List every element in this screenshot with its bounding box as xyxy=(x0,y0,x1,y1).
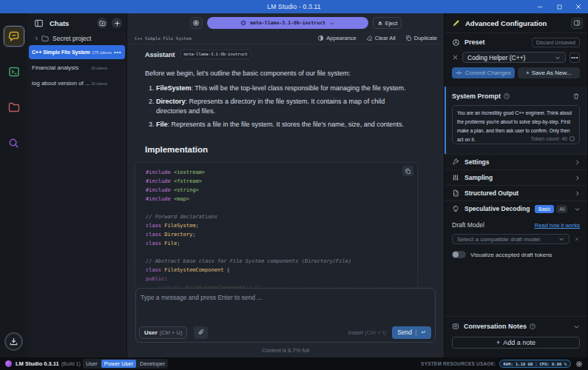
chat-list-item[interactable]: log about version of ...16 tokens xyxy=(29,76,125,90)
save-as-new-button[interactable]: + Save As New... xyxy=(518,67,581,78)
preset-select[interactable]: Coding Helper (C++) xyxy=(462,52,566,63)
commit-changes-button[interactable]: Commit Changes xyxy=(452,67,515,78)
eject-icon xyxy=(377,20,383,26)
code-content: #include <iostream>#include <fstream>#in… xyxy=(146,168,407,292)
window-minimize-button[interactable] xyxy=(530,0,550,13)
clear-all-button[interactable]: Clear All xyxy=(366,35,396,41)
gear-icon xyxy=(192,19,200,27)
notes-icon xyxy=(452,323,459,330)
preset-icon xyxy=(452,38,460,47)
copy-code-button[interactable] xyxy=(402,166,413,176)
discard-unsaved-button[interactable]: Discard Unsaved xyxy=(532,38,580,47)
add-note-button[interactable]: + Add a note xyxy=(452,337,580,349)
notes-help-icon[interactable]: ? xyxy=(530,323,535,329)
nav-discover-button[interactable] xyxy=(4,132,24,153)
chat-list-item[interactable]: C++ Simple File System275 tokens••• xyxy=(29,45,125,59)
draft-model-select[interactable]: Select a compatible draft model xyxy=(452,234,570,244)
resources-usage-pill[interactable]: RAM: 1.10 GB | CPU: 0.00 % xyxy=(499,360,572,368)
all-toggle[interactable]: All xyxy=(556,205,567,213)
message-model-badge: meta-llama-3.1-8b-instruct xyxy=(180,50,251,59)
section-structured-output[interactable]: Structured Output xyxy=(445,185,587,201)
composer-placeholder: Type a message and press Enter to send .… xyxy=(141,294,430,301)
role-shortcut: (Ctrl + U) xyxy=(160,329,183,336)
insert-shortcut: (Ctrl + I) xyxy=(365,329,386,336)
nav-chat-button[interactable] xyxy=(4,26,24,47)
chat-list-item[interactable]: Financial analysis18 tokens xyxy=(29,61,125,75)
send-button[interactable]: Send xyxy=(392,326,431,339)
sidebar-collapse-button[interactable] xyxy=(34,18,44,28)
clear-preset-icon[interactable] xyxy=(452,54,459,61)
section-sampling[interactable]: Sampling xyxy=(445,169,587,185)
draft-model-label: Draft Model xyxy=(452,221,535,229)
eject-model-button[interactable]: Eject xyxy=(373,17,402,29)
models-folder-icon xyxy=(8,101,20,113)
chevron-down-icon xyxy=(574,206,581,212)
chat-item-label: C++ Simple File System xyxy=(32,49,90,56)
chat-item-menu-button[interactable]: ••• xyxy=(113,50,122,55)
appearance-label: Appearance xyxy=(326,35,356,41)
chevron-right-icon xyxy=(574,159,581,166)
attach-file-button[interactable] xyxy=(194,326,208,339)
window-close-button[interactable] xyxy=(569,0,588,13)
new-folder-button[interactable] xyxy=(97,18,107,28)
token-count-expand-icon[interactable] xyxy=(570,136,575,141)
duplicate-label: Duplicate xyxy=(414,35,437,41)
message-composer[interactable]: Type a message and press Enter to send .… xyxy=(135,288,436,343)
preset-menu-button[interactable]: ••• xyxy=(570,53,580,63)
read-how-it-works-link[interactable]: Read how it works xyxy=(535,222,580,229)
model-toolbar: meta-llama-3.1-8b-instruct Eject xyxy=(127,13,444,33)
preset-label: Preset xyxy=(464,38,532,46)
system-prompt-help-icon[interactable]: ? xyxy=(504,93,510,99)
delete-system-prompt-button[interactable] xyxy=(572,92,580,100)
new-chat-button[interactable] xyxy=(112,18,122,28)
appearance-button[interactable]: Appearance xyxy=(317,35,356,41)
section-settings[interactable]: Settings xyxy=(445,154,587,169)
mode-user[interactable]: User xyxy=(84,360,99,368)
send-label: Send xyxy=(397,329,412,336)
wrench-icon xyxy=(452,158,459,166)
system-prompt-label: System Prompt xyxy=(452,92,501,100)
speculative-decoding-label: Speculative Decoding xyxy=(464,205,530,212)
visualize-tokens-toggle[interactable] xyxy=(452,251,466,258)
plus-glyph: + xyxy=(526,70,530,76)
loaded-model-selector[interactable]: meta-llama-3.1-8b-instruct xyxy=(207,17,368,29)
token-count: Token count: 40 xyxy=(531,136,567,141)
chat-bubble-icon xyxy=(8,30,20,42)
maximize-icon xyxy=(556,4,563,10)
duplicate-button[interactable]: Duplicate xyxy=(405,35,437,41)
chevron-right-icon xyxy=(574,175,581,181)
trash-icon xyxy=(572,92,580,100)
chevron-down-icon xyxy=(329,21,334,26)
chat-title: C++ Simple File System xyxy=(135,36,308,41)
clear-all-icon xyxy=(366,35,373,41)
nav-developer-button[interactable] xyxy=(4,61,24,82)
system-prompt-input[interactable]: You are an incredibly good C++ engineer.… xyxy=(452,105,580,144)
nav-my-models-button[interactable] xyxy=(4,97,24,118)
sidebar-folder-secret-project[interactable]: Secret project xyxy=(27,33,126,44)
downloads-button[interactable] xyxy=(4,332,23,351)
sampling-label: Sampling xyxy=(464,174,574,181)
panel-collapse-button[interactable] xyxy=(571,18,583,29)
window-maximize-button[interactable] xyxy=(550,0,569,13)
mode-developer[interactable]: Developer xyxy=(138,360,166,368)
section-speculative-decoding[interactable]: Speculative Decoding Basic All xyxy=(445,201,587,216)
message-list-item: File: Represents a file in the file syst… xyxy=(156,120,408,130)
preset-section: Preset Discard Unsaved Coding Helper (C+… xyxy=(445,33,587,87)
model-settings-button[interactable] xyxy=(190,17,203,29)
chevron-down-icon xyxy=(555,55,561,61)
status-settings-button[interactable] xyxy=(575,360,583,368)
panel-title: Advanced Configuration xyxy=(465,19,571,27)
mode-power-user[interactable]: Power User xyxy=(101,360,136,368)
chat-item-token-count: 275 tokens xyxy=(92,50,112,55)
advanced-configuration-panel: Advanced Configuration Preset Discard Un… xyxy=(444,13,587,357)
role-label: User xyxy=(144,329,158,336)
insert-button[interactable]: Insert (Ctrl + I) xyxy=(348,329,386,336)
mode-switcher: User Power User Developer xyxy=(83,359,168,369)
sliders-icon xyxy=(452,174,459,181)
draft-model-placeholder: Select a compatible draft model xyxy=(457,236,558,243)
chevron-right-icon xyxy=(574,190,581,197)
clear-draft-model-icon[interactable] xyxy=(574,236,580,242)
basic-toggle[interactable]: Basic xyxy=(535,205,554,213)
message-intro: Before we begin, let's outline the basic… xyxy=(145,70,408,77)
role-selector-button[interactable]: User (Ctrl + U) xyxy=(139,326,187,339)
